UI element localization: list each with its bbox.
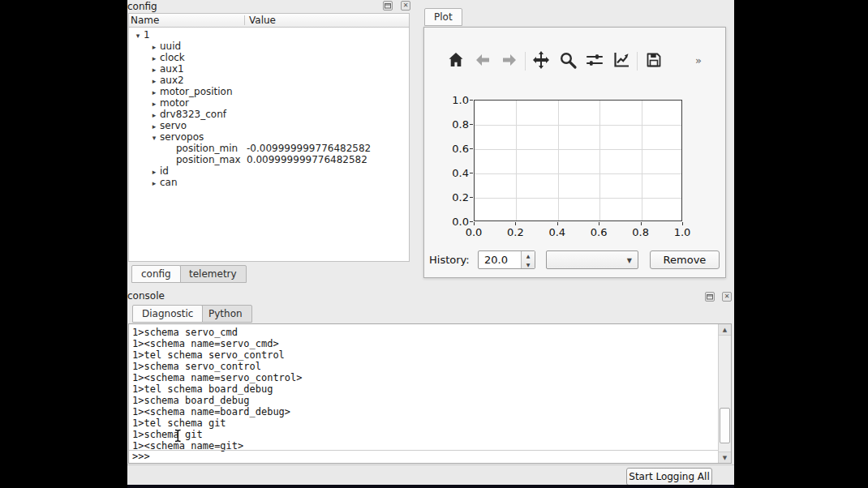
- tree-expand-icon[interactable]: ▸: [148, 121, 160, 132]
- tree-row[interactable]: ▸drv8323_conf: [129, 109, 409, 120]
- x-tick-label: 1.0: [674, 226, 691, 238]
- close-icon[interactable]: ✕: [401, 1, 410, 11]
- tree-item-name: position_max: [176, 154, 241, 165]
- tree-row[interactable]: ▸motor_position: [129, 86, 409, 97]
- tree-header: Name Value: [129, 14, 409, 28]
- home-icon[interactable]: [446, 50, 467, 71]
- x-tick-mark: [557, 222, 558, 225]
- tree-row[interactable]: ▾1: [129, 29, 409, 41]
- zoom-icon[interactable]: [558, 50, 579, 71]
- tab-config[interactable]: config: [131, 265, 181, 283]
- signal-combobox[interactable]: ▼: [546, 250, 638, 269]
- grid-line-horizontal: [475, 198, 681, 199]
- tree-expand-icon[interactable]: ▸: [148, 178, 160, 189]
- plot-canvas[interactable]: [474, 100, 682, 221]
- console-line: 1>tel schema git: [132, 417, 718, 429]
- tree-expand-icon[interactable]: ▸: [148, 41, 160, 53]
- toolbar-separator: [637, 52, 638, 71]
- tree-row[interactable]: ▸aux1: [129, 63, 409, 75]
- y-tick-label: 0.2: [452, 191, 469, 203]
- grid-line-vertical: [599, 101, 600, 220]
- column-header-value[interactable]: Value: [249, 15, 276, 26]
- scroll-up-icon[interactable]: ▲: [719, 324, 731, 336]
- tab-telemetry[interactable]: telemetry: [179, 265, 247, 283]
- tab-plot[interactable]: Plot: [424, 8, 462, 26]
- tree-row[interactable]: ▸servo: [129, 120, 409, 131]
- close-icon[interactable]: ✕: [722, 292, 732, 302]
- console-line: 1><schema name=servo_cmd>: [132, 338, 718, 349]
- tree-row[interactable]: ▸clock: [129, 52, 409, 63]
- tree-expand-icon[interactable]: ▸: [148, 53, 160, 64]
- history-spinbox-value: 20.0: [484, 254, 508, 266]
- x-tick-label: 0.6: [591, 226, 608, 238]
- x-tick-label: 0.0: [466, 226, 483, 238]
- tree-row[interactable]: position_min-0.009999999776482582: [129, 143, 409, 154]
- grid-line-horizontal: [475, 125, 681, 126]
- tree-item-name: uuid: [160, 41, 181, 52]
- tree-row[interactable]: ▸aux2: [129, 75, 409, 86]
- float-icon[interactable]: [383, 1, 393, 11]
- config-tree: Name Value ▾1▸uuid▸clock▸aux1▸aux2▸motor…: [128, 13, 410, 262]
- tree-item-value: 0.009999999776482582: [247, 154, 367, 165]
- x-tick-mark: [599, 222, 599, 225]
- tree-item-name: motor: [160, 97, 189, 109]
- tree-expand-icon[interactable]: ▸: [148, 98, 160, 109]
- tree-item-name: drv8323_conf: [160, 109, 226, 120]
- config-dock-titlebar: config ✕: [127, 0, 410, 13]
- save-icon[interactable]: [644, 50, 665, 71]
- remove-button[interactable]: Remove: [650, 250, 720, 269]
- pan-icon[interactable]: [531, 50, 552, 71]
- subplots-icon[interactable]: [585, 50, 606, 71]
- console-line: 1>schema servo_cmd: [132, 327, 718, 338]
- x-tick-mark: [682, 222, 683, 225]
- tree-rows: ▾1▸uuid▸clock▸aux1▸aux2▸motor_position▸m…: [129, 29, 409, 261]
- column-header-name[interactable]: Name: [131, 15, 159, 26]
- console-output[interactable]: 1>schema servo_cmd1><schema name=servo_c…: [129, 324, 718, 463]
- x-tick-label: 0.4: [548, 226, 565, 238]
- console-line: 1>tel schema servo_control: [132, 349, 718, 361]
- tree-row[interactable]: position_max0.009999999776482582: [129, 154, 409, 165]
- console-line: 1>schema servo_control: [132, 361, 718, 372]
- history-spinbox[interactable]: 20.0 ▲ ▼: [478, 250, 535, 269]
- tree-row[interactable]: ▾servopos: [129, 131, 409, 143]
- console-prompt-line[interactable]: >>>: [129, 450, 718, 462]
- forward-icon: [500, 50, 521, 71]
- tree-expand-icon[interactable]: ▾: [148, 132, 160, 143]
- letterbox-right: [734, 0, 868, 488]
- chevron-down-icon: ▼: [627, 257, 632, 264]
- taskbar-edge: [127, 485, 734, 488]
- tree-row[interactable]: ▸uuid: [129, 41, 409, 52]
- customize-icon[interactable]: [612, 50, 633, 71]
- tree-item-name: position_min: [176, 143, 238, 154]
- console-line: 1><schema name=servo_control>: [132, 372, 718, 383]
- spin-up-icon[interactable]: ▲: [522, 251, 535, 260]
- tree-expand-icon[interactable]: ▾: [132, 30, 144, 41]
- tab-python[interactable]: Python: [199, 305, 252, 323]
- tab-diagnostic[interactable]: Diagnostic: [132, 305, 203, 323]
- scroll-down-icon[interactable]: ▼: [719, 452, 731, 463]
- tree-expand-icon[interactable]: ▸: [148, 75, 160, 87]
- spin-down-icon[interactable]: ▼: [522, 260, 535, 269]
- x-tick-label: 0.2: [507, 226, 524, 238]
- console-scrollbar[interactable]: ▲ ▼: [718, 324, 731, 463]
- ibeam-mouse-cursor: [174, 429, 183, 446]
- tree-expand-icon[interactable]: ▸: [148, 109, 160, 121]
- y-tick-mark: [470, 100, 473, 101]
- tree-expand-icon[interactable]: ▸: [148, 64, 160, 75]
- console-line: 1>tel schema board_debug: [132, 383, 718, 395]
- x-tick-mark: [515, 222, 516, 225]
- grid-line-vertical: [558, 101, 559, 220]
- tree-expand-icon[interactable]: ▸: [148, 166, 160, 178]
- y-tick-mark: [470, 173, 473, 173]
- tree-row[interactable]: ▸can: [129, 177, 409, 188]
- y-tick-mark: [470, 197, 473, 198]
- tree-row[interactable]: ▸motor: [129, 97, 409, 109]
- float-icon[interactable]: [705, 292, 715, 302]
- y-tick-label: 0.6: [452, 143, 469, 155]
- tree-expand-icon[interactable]: ▸: [148, 87, 160, 98]
- tree-row[interactable]: ▸id: [129, 165, 409, 177]
- toolbar-overflow-button[interactable]: »: [695, 54, 701, 66]
- scrollbar-thumb[interactable]: [720, 408, 730, 443]
- tree-item-name: motor_position: [160, 86, 233, 97]
- start-logging-all-button[interactable]: Start Logging All: [626, 468, 712, 486]
